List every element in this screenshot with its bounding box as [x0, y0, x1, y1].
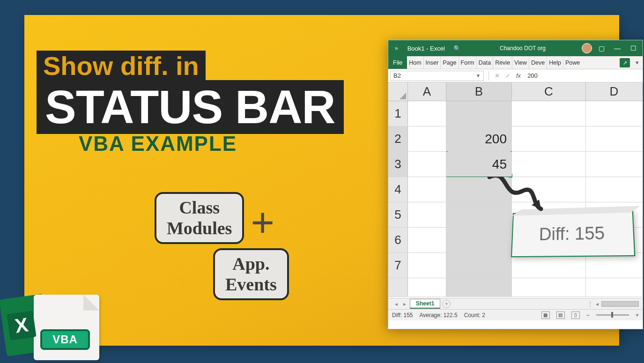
title-line2: STATUS BAR [37, 80, 344, 134]
row-header-7[interactable]: 7 [388, 253, 408, 278]
table-row: 1 [388, 101, 643, 126]
diff-popup-text: Diff: 155 [539, 223, 605, 244]
file-icon [34, 295, 99, 360]
ribbon-overflow-icon[interactable]: ▾ [632, 59, 643, 66]
formula-value[interactable]: 200 [524, 72, 541, 79]
cell-d2[interactable] [586, 126, 643, 151]
avatar[interactable] [582, 43, 592, 53]
cell-a5[interactable] [408, 202, 446, 227]
excel-titlebar: » Book1 - Excel 🔍 Chandoo DOT org ▢ — ☐ [388, 40, 643, 56]
ribbon-tab-help[interactable]: Help [547, 56, 563, 69]
row-header-5[interactable]: 5 [388, 202, 408, 227]
cell-b7[interactable] [446, 253, 512, 278]
ribbon-tab-formulas[interactable]: Form [459, 56, 477, 69]
qat-more-icon[interactable]: » [391, 45, 402, 52]
ribbon-tab-power[interactable]: Powe [563, 56, 582, 69]
title-block: Show diff. in STATUS BAR VBA EXAMPLE [37, 51, 344, 156]
workbook-title: Book1 - Excel [405, 45, 448, 52]
ribbon-tab-developer[interactable]: Deve [529, 56, 547, 69]
callout-class-modules: Class Modules [155, 192, 244, 244]
zoom-slider[interactable] [596, 314, 629, 316]
maximize-button[interactable]: ☐ [627, 44, 640, 52]
name-box[interactable]: B2 ▼ [390, 71, 484, 81]
cell-a3[interactable] [408, 152, 446, 177]
hscroll-left-icon[interactable]: ◂ [594, 301, 600, 307]
file-tab[interactable]: File [388, 56, 407, 69]
view-pagebreak-icon[interactable]: ▯ [571, 311, 580, 319]
ribbon-tab-insert[interactable]: Inser [424, 56, 441, 69]
row-header-6[interactable]: 6 [388, 228, 408, 252]
cell-a2[interactable] [408, 126, 446, 151]
column-headers: A B C D [388, 82, 643, 101]
status-count: Count: 2 [464, 312, 485, 319]
ribbon-tab-view[interactable]: View [512, 56, 529, 69]
callout2-line2: Events [225, 274, 277, 294]
row-header-4[interactable]: 4 [388, 177, 408, 202]
row-header-2[interactable]: 2 [388, 126, 408, 151]
sheet-tab-bar: ◂ ▸ Sheet1 + ⋮ ◂ [388, 298, 643, 309]
status-diff: Diff: 155 [392, 312, 413, 319]
col-header-d[interactable]: D [586, 82, 643, 101]
title-line3: VBA EXAMPLE [79, 132, 344, 156]
ribbon-display-icon[interactable]: ▢ [595, 44, 608, 52]
status-average: Average: 122.5 [419, 312, 457, 319]
cell-a6[interactable] [408, 228, 446, 252]
table-row [388, 278, 643, 297]
zoom-out-button[interactable]: − [586, 312, 590, 319]
title-line1: Show diff. in [37, 51, 206, 83]
view-pagelayout-icon[interactable]: ▤ [556, 311, 565, 319]
zoom-in-button[interactable]: + [636, 312, 639, 319]
col-header-a[interactable]: A [408, 82, 446, 101]
account-name[interactable]: Chandoo DOT org [466, 45, 579, 52]
col-header-b[interactable]: B [446, 82, 512, 101]
row-header-3[interactable]: 3 [388, 152, 408, 177]
cell-b6[interactable] [446, 228, 512, 252]
select-all-corner[interactable] [388, 82, 408, 101]
share-button[interactable]: ↗ [620, 58, 630, 67]
sheet-nav-right-icon[interactable]: ▸ [401, 301, 408, 307]
callout2-line1: App. [232, 254, 269, 274]
search-icon[interactable]: 🔍 [451, 45, 464, 52]
callout-app-events: App. Events [213, 248, 289, 300]
cell-d3[interactable] [586, 152, 643, 177]
cell-a1[interactable] [408, 101, 446, 126]
status-bar: Diff: 155 Average: 122.5 Count: 2 ▦ ▤ ▯ … [388, 309, 643, 320]
fx-icon[interactable]: fx [513, 72, 524, 79]
minimize-button[interactable]: — [611, 44, 624, 52]
cell-a7[interactable] [408, 253, 446, 278]
cell-b3[interactable]: 45 [446, 152, 512, 177]
excel-vba-logo: X VBA [0, 294, 104, 363]
ribbon-tabs: File Hom Inser Page Form Data Revie View… [388, 56, 643, 69]
row-header-8[interactable] [388, 278, 408, 296]
excel-x-icon: X [7, 311, 36, 340]
cell-a4[interactable] [408, 177, 446, 202]
cell-d7[interactable] [586, 253, 643, 278]
cell-b1[interactable] [446, 101, 512, 126]
cell-d4[interactable] [586, 177, 643, 202]
cell-b2[interactable]: 200 [446, 126, 512, 151]
cancel-formula-icon[interactable]: ✕ [492, 72, 503, 79]
plus-icon: + [251, 199, 274, 247]
name-box-arrow-icon[interactable]: ▼ [476, 73, 481, 78]
row-header-1[interactable]: 1 [388, 101, 408, 126]
new-sheet-button[interactable]: + [442, 300, 451, 308]
sheet-nav-left-icon[interactable]: ◂ [393, 301, 400, 307]
cell-c2[interactable] [512, 126, 586, 151]
cell-c1[interactable] [512, 101, 586, 126]
formula-bar: B2 ▼ ✕ ✓ fx 200 [388, 69, 643, 82]
view-normal-icon[interactable]: ▦ [541, 311, 550, 319]
ribbon-tab-home[interactable]: Hom [407, 56, 423, 69]
callout1-line2: Modules [167, 218, 232, 238]
callout1-line1: Class [179, 198, 220, 217]
vba-badge: VBA [40, 329, 90, 350]
arrow-icon [485, 172, 550, 219]
sheet-tab-active[interactable]: Sheet1 [410, 299, 440, 309]
table-row: 2 200 [388, 126, 643, 152]
enter-formula-icon[interactable]: ✓ [503, 72, 513, 79]
cell-d1[interactable] [586, 101, 643, 126]
col-header-c[interactable]: C [512, 82, 586, 101]
ribbon-tab-data[interactable]: Data [477, 56, 493, 69]
ribbon-tab-page[interactable]: Page [441, 56, 459, 69]
horizontal-scrollbar[interactable] [601, 301, 639, 307]
ribbon-tab-review[interactable]: Revie [493, 56, 512, 69]
